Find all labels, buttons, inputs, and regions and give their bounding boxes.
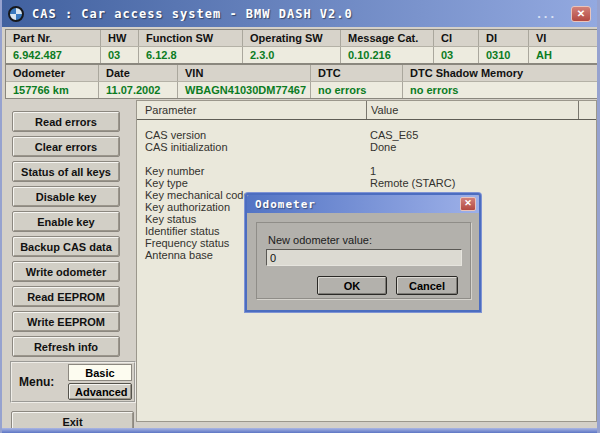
table-row: CAS initializationDone bbox=[137, 141, 596, 153]
value-column-header: Value bbox=[366, 101, 578, 119]
vehicle-info-table-1: Part Nr. HW Function SW Operating SW Mes… bbox=[5, 29, 599, 64]
write-odometer-button[interactable]: Write odometer bbox=[12, 261, 120, 282]
dialog-body: New odometer value: OK Cancel bbox=[256, 222, 471, 299]
header-operating-sw: Operating SW bbox=[243, 30, 341, 46]
info1-header-row: Part Nr. HW Function SW Operating SW Mes… bbox=[6, 30, 598, 46]
header-part-nr: Part Nr. bbox=[6, 30, 101, 46]
header-dtc: DTC bbox=[311, 65, 403, 81]
parameter-column-header: Parameter bbox=[137, 101, 366, 119]
value-vin: WBAGN41030DM77467 bbox=[178, 82, 311, 98]
header-vi: VI bbox=[529, 30, 598, 46]
value-date: 11.07.2002 bbox=[99, 82, 178, 98]
disable-key-button[interactable]: Disable key bbox=[12, 186, 120, 207]
parameter-panel-header: Parameter Value bbox=[137, 101, 596, 120]
header-vin: VIN bbox=[178, 65, 311, 81]
value-cell: CAS_E65 bbox=[366, 129, 596, 141]
value-odometer: 157766 km bbox=[6, 82, 99, 98]
odometer-dialog: Odometer ✕ New odometer value: OK Cancel bbox=[245, 193, 481, 312]
header-date: Date bbox=[99, 65, 178, 81]
ok-button[interactable]: OK bbox=[317, 276, 387, 295]
enable-key-button[interactable]: Enable key bbox=[12, 211, 120, 232]
app-window: CAS : Car access system - BMW DASH V2.0 … bbox=[0, 0, 600, 433]
header-odometer: Odometer bbox=[6, 65, 99, 81]
param-cell: CAS version bbox=[137, 129, 366, 141]
window-title: CAS : Car access system - BMW DASH V2.0 bbox=[32, 7, 537, 21]
bmw-logo-icon bbox=[8, 6, 24, 22]
menu-advanced-button[interactable]: Advanced bbox=[68, 383, 132, 400]
clear-errors-button[interactable]: Clear errors bbox=[12, 136, 120, 157]
info2-header-row: Odometer Date VIN DTC DTC Shadow Memory bbox=[6, 65, 598, 81]
param-cell: CAS initialization bbox=[137, 141, 366, 153]
value-di: 0310 bbox=[479, 47, 529, 63]
dialog-close-icon[interactable]: ✕ bbox=[460, 197, 476, 211]
header-function-sw: Function SW bbox=[139, 30, 243, 46]
menu-group: Menu: Basic Advanced bbox=[10, 361, 136, 403]
read-eeprom-button[interactable]: Read EEPROM bbox=[12, 286, 120, 307]
value-cell: Remote (STARC) bbox=[366, 177, 596, 189]
table-row: CAS versionCAS_E65 bbox=[137, 129, 596, 141]
value-operating-sw: 2.3.0 bbox=[243, 47, 341, 63]
dialog-titlebar[interactable]: Odometer ✕ bbox=[247, 195, 479, 213]
value-dtc-shadow: no errors bbox=[403, 82, 598, 98]
param-cell: Key type bbox=[137, 177, 366, 189]
status-of-all-keys-button[interactable]: Status of all keys bbox=[12, 161, 120, 182]
new-odometer-label: New odometer value: bbox=[266, 234, 462, 246]
titlebar-dots[interactable]: ... bbox=[537, 6, 557, 21]
value-ci: 03 bbox=[434, 47, 479, 63]
vehicle-info-table-2: Odometer Date VIN DTC DTC Shadow Memory … bbox=[5, 64, 599, 99]
table-row: Key number1 bbox=[137, 165, 596, 177]
header-ci: CI bbox=[434, 30, 479, 46]
read-errors-button[interactable]: Read errors bbox=[12, 111, 120, 132]
param-cell bbox=[137, 153, 366, 165]
value-cell: Done bbox=[366, 141, 596, 153]
info2-value-row: 157766 km 11.07.2002 WBAGN41030DM77467 n… bbox=[6, 81, 598, 98]
new-odometer-input[interactable] bbox=[266, 249, 462, 266]
value-vi: AH bbox=[529, 47, 598, 63]
menu-basic-button[interactable]: Basic bbox=[68, 364, 132, 381]
dialog-title: Odometer bbox=[255, 198, 460, 211]
sidebar: Read errors Clear errors Status of all k… bbox=[5, 97, 136, 428]
write-eeprom-button[interactable]: Write EEPROM bbox=[12, 311, 120, 332]
header-message-cat: Message Cat. bbox=[341, 30, 434, 46]
header-dtc-shadow: DTC Shadow Memory bbox=[403, 65, 598, 81]
window-close-icon[interactable]: ✕ bbox=[571, 6, 591, 22]
value-part-nr: 6.942.487 bbox=[6, 47, 101, 63]
refresh-info-button[interactable]: Refresh info bbox=[12, 336, 120, 357]
value-hw: 03 bbox=[101, 47, 139, 63]
cancel-button[interactable]: Cancel bbox=[396, 276, 458, 295]
header-hw: HW bbox=[101, 30, 139, 46]
table-row bbox=[137, 153, 596, 165]
value-function-sw: 6.12.8 bbox=[139, 47, 243, 63]
header-spacer bbox=[578, 101, 596, 119]
window-titlebar[interactable]: CAS : Car access system - BMW DASH V2.0 … bbox=[2, 0, 597, 27]
param-cell: Key number bbox=[137, 165, 366, 177]
value-dtc: no errors bbox=[311, 82, 403, 98]
table-row: Key typeRemote (STARC) bbox=[137, 177, 596, 189]
value-cell: 1 bbox=[366, 165, 596, 177]
header-di: DI bbox=[479, 30, 529, 46]
info1-value-row: 6.942.487 03 6.12.8 2.3.0 0.10.216 03 03… bbox=[6, 46, 598, 63]
value-cell bbox=[366, 153, 596, 165]
window-bottom-border bbox=[2, 428, 597, 433]
backup-cas-data-button[interactable]: Backup CAS data bbox=[12, 236, 120, 257]
menu-label: Menu: bbox=[19, 375, 68, 389]
value-message-cat: 0.10.216 bbox=[341, 47, 434, 63]
